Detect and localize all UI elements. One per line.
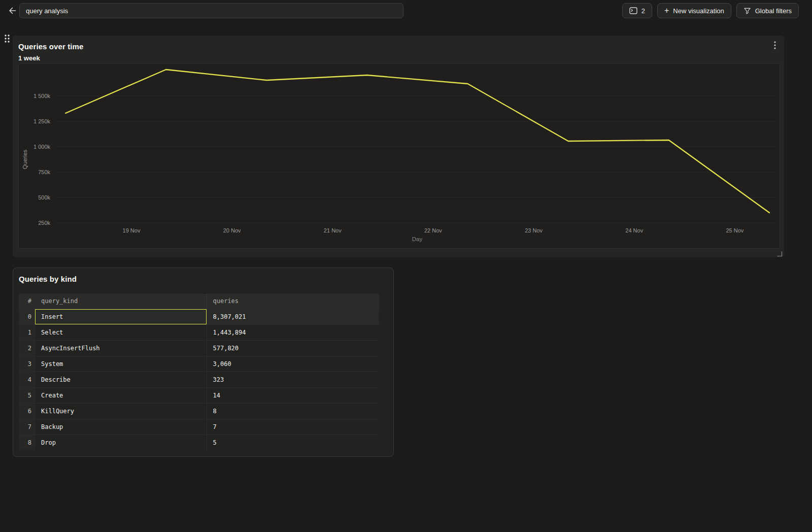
svg-text:Day: Day	[412, 236, 423, 242]
svg-text:1 250k: 1 250k	[33, 118, 51, 124]
table-row: 2AsyncInsertFlush577,820	[19, 340, 379, 356]
row-index-cell[interactable]: 0	[19, 309, 35, 324]
queries-value-cell[interactable]: 5	[207, 435, 379, 450]
table-row: 0Insert8,307,021	[19, 309, 379, 324]
query-kind-cell[interactable]: Insert	[35, 309, 207, 324]
queries-by-kind-table: # query_kind queries 0Insert8,307,0211Se…	[19, 294, 379, 450]
kebab-menu-icon	[774, 41, 776, 49]
svg-text:21 Nov: 21 Nov	[324, 227, 342, 234]
svg-text:1 500k: 1 500k	[33, 93, 51, 99]
svg-text:24 Nov: 24 Nov	[625, 227, 643, 234]
row-index-cell[interactable]: 4	[19, 372, 35, 387]
new-visualization-button[interactable]: + New visualization	[657, 3, 731, 18]
svg-text:750k: 750k	[38, 169, 50, 175]
svg-text:Queries: Queries	[22, 149, 28, 169]
query-kind-cell[interactable]: Select	[35, 324, 207, 340]
plus-icon: +	[664, 7, 669, 15]
svg-text:250k: 250k	[38, 220, 50, 226]
table-row: 6KillQuery8	[19, 403, 379, 419]
row-index-cell[interactable]: 8	[19, 435, 35, 450]
query-kind-cell[interactable]: System	[35, 356, 207, 372]
row-index-cell[interactable]: 3	[19, 356, 35, 372]
queries-value-cell[interactable]: 8	[207, 403, 379, 419]
column-header-index: #	[19, 294, 35, 309]
svg-text:1 000k: 1 000k	[33, 144, 51, 150]
console-count-label: 2	[641, 7, 645, 15]
queries-value-cell[interactable]: 7	[207, 419, 379, 435]
table-row: 4Describe323	[19, 372, 379, 387]
row-index-cell[interactable]: 1	[19, 324, 35, 340]
query-kind-cell[interactable]: Backup	[35, 419, 207, 435]
row-index-cell[interactable]: 6	[19, 403, 35, 419]
column-header-query-kind: query_kind	[35, 294, 207, 309]
queries-value-cell[interactable]: 323	[207, 372, 379, 387]
funnel-icon	[743, 7, 751, 15]
row-index-cell[interactable]: 5	[19, 387, 35, 403]
query-kind-cell[interactable]: KillQuery	[35, 403, 207, 419]
queries-over-time-panel: Queries over time 1 week 250k500k750k1 0…	[13, 36, 784, 257]
table-row: 5Create14	[19, 387, 379, 403]
svg-text:500k: 500k	[38, 194, 50, 201]
row-index-cell[interactable]: 2	[19, 340, 35, 356]
query-kind-cell[interactable]: Drop	[35, 435, 207, 450]
console-count-button[interactable]: 2	[622, 3, 652, 18]
queries-value-cell[interactable]: 3,060	[207, 356, 379, 372]
global-filters-button[interactable]: Global filters	[736, 3, 799, 18]
row-index-cell[interactable]: 7	[19, 419, 35, 435]
svg-text:19 Nov: 19 Nov	[123, 227, 141, 234]
topbar-actions: 2 + New visualization Global filters	[622, 3, 799, 18]
query-kind-cell[interactable]: Create	[35, 387, 207, 403]
queries-value-cell[interactable]: 577,820	[207, 340, 379, 356]
queries-value-cell[interactable]: 1,443,894	[207, 324, 379, 340]
resize-corner-icon	[777, 251, 783, 257]
table-panel-title: Queries by kind	[19, 275, 77, 283]
queries-value-cell[interactable]: 14	[207, 387, 379, 403]
new-visualization-label: New visualization	[673, 7, 724, 15]
panel-menu-button[interactable]	[770, 40, 780, 50]
svg-text:20 Nov: 20 Nov	[223, 227, 241, 234]
grip-dots-icon	[3, 34, 11, 44]
console-icon	[629, 7, 637, 14]
table-row: 8Drop5	[19, 435, 379, 450]
query-kind-cell[interactable]: Describe	[35, 372, 207, 387]
dashboard-title-input[interactable]	[19, 3, 403, 18]
global-filters-label: Global filters	[755, 7, 792, 15]
table-header-row: # query_kind queries	[19, 294, 379, 309]
svg-text:23 Nov: 23 Nov	[525, 227, 543, 234]
panel-drag-handle[interactable]	[3, 34, 11, 44]
table-row: 1Select1,443,894	[19, 324, 379, 340]
queries-value-cell[interactable]: 8,307,021	[207, 309, 379, 324]
panel-resize-handle[interactable]	[777, 250, 783, 256]
chart-panel-subtitle: 1 week	[18, 54, 40, 62]
top-bar: 2 + New visualization Global filters	[0, 0, 812, 21]
queries-over-time-chart[interactable]: 250k500k750k1 000k1 250k1 500kQueries19 …	[18, 63, 780, 249]
table-row: 3System3,060	[19, 356, 379, 372]
column-header-queries: queries	[207, 294, 379, 309]
svg-text:22 Nov: 22 Nov	[424, 227, 442, 234]
back-button[interactable]	[6, 6, 17, 16]
selected-cell-outline	[35, 309, 207, 324]
svg-text:25 Nov: 25 Nov	[726, 227, 743, 234]
queries-by-kind-panel: Queries by kind # query_kind queries 0In…	[13, 268, 394, 457]
query-kind-cell[interactable]: AsyncInsertFlush	[35, 340, 207, 356]
chart-panel-title: Queries over time	[18, 42, 83, 51]
table-row: 7Backup7	[19, 419, 379, 435]
arrow-left-icon	[7, 6, 17, 15]
